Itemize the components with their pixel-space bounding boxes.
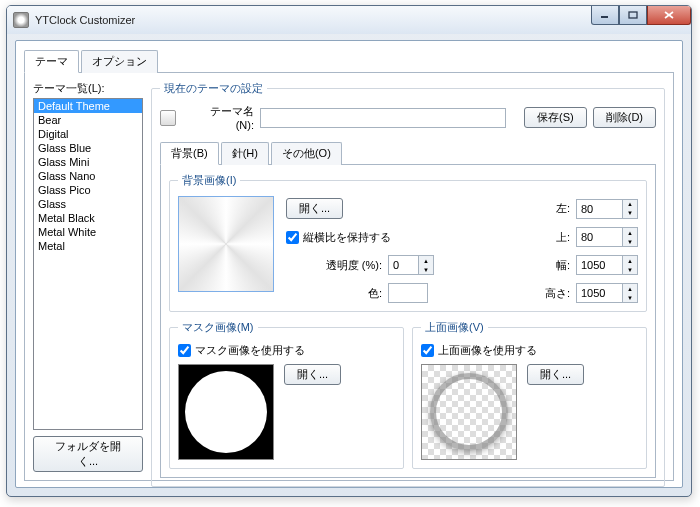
app-window: YTClock Customizer テーマ オプション テーマ一覧(L): D… xyxy=(6,5,692,497)
theme-name-input[interactable] xyxy=(260,108,506,128)
tab-hands[interactable]: 針(H) xyxy=(221,142,269,165)
save-button[interactable]: 保存(S) xyxy=(524,107,587,128)
color-label: 色: xyxy=(312,286,382,301)
tab-option[interactable]: オプション xyxy=(81,50,158,73)
printer-icon xyxy=(160,110,176,126)
top-spinner[interactable]: ▲▼ xyxy=(576,227,638,247)
mask-open-button[interactable]: 開く... xyxy=(284,364,341,385)
front-open-button[interactable]: 開く... xyxy=(527,364,584,385)
theme-item[interactable]: Glass Blue xyxy=(34,141,142,155)
client-area: テーマ オプション テーマ一覧(L): Default ThemeBearDig… xyxy=(15,40,683,488)
theme-item[interactable]: Glass Pico xyxy=(34,183,142,197)
keep-aspect-checkbox[interactable]: 縦横比を保持する xyxy=(286,230,391,245)
window-title: YTClock Customizer xyxy=(35,14,135,26)
width-label: 幅: xyxy=(540,258,570,273)
bg-image-legend: 背景画像(I) xyxy=(178,173,240,188)
theme-item[interactable]: Default Theme xyxy=(34,99,142,113)
front-group: 上面画像(V) 上面画像を使用する 開く... xyxy=(412,320,647,469)
mask-legend: マスク画像(M) xyxy=(178,320,258,335)
tab-other[interactable]: その他(O) xyxy=(271,142,342,165)
svg-rect-1 xyxy=(629,12,637,18)
top-label: 上: xyxy=(540,230,570,245)
use-front-checkbox[interactable]: 上面画像を使用する xyxy=(421,343,638,358)
color-swatch[interactable] xyxy=(388,283,428,303)
bg-thumbnail[interactable] xyxy=(178,196,274,292)
theme-name-label: テーマ名(N): xyxy=(194,104,254,131)
theme-item[interactable]: Metal Black xyxy=(34,211,142,225)
bg-open-button[interactable]: 開く... xyxy=(286,198,343,219)
theme-item[interactable]: Metal xyxy=(34,239,142,253)
left-spinner[interactable]: ▲▼ xyxy=(576,199,638,219)
theme-item[interactable]: Digital xyxy=(34,127,142,141)
theme-list-label: テーマ一覧(L): xyxy=(33,81,143,96)
theme-item[interactable]: Bear xyxy=(34,113,142,127)
theme-item[interactable]: Glass Nano xyxy=(34,169,142,183)
opacity-spinner[interactable]: ▲▼ xyxy=(388,255,434,275)
width-spinner[interactable]: ▲▼ xyxy=(576,255,638,275)
tab-theme[interactable]: テーマ xyxy=(24,50,79,73)
mask-group: マスク画像(M) マスク画像を使用する 開く... xyxy=(169,320,404,469)
current-theme-legend: 現在のテーマの設定 xyxy=(160,81,267,96)
front-legend: 上面画像(V) xyxy=(421,320,488,335)
current-theme-group: 現在のテーマの設定 テーマ名(N): 保存(S) 削除(D) xyxy=(151,81,665,487)
inner-tabstrip: 背景(B) 針(H) その他(O) xyxy=(160,141,656,165)
height-spinner[interactable]: ▲▼ xyxy=(576,283,638,303)
opacity-label: 透明度 (%): xyxy=(312,258,382,273)
front-thumbnail[interactable] xyxy=(421,364,517,460)
use-mask-checkbox[interactable]: マスク画像を使用する xyxy=(178,343,395,358)
open-folder-button[interactable]: フォルダを開く... xyxy=(33,436,143,472)
app-icon xyxy=(13,12,29,28)
tab-background[interactable]: 背景(B) xyxy=(160,142,219,165)
bg-image-group: 背景画像(I) 開く... 左: ▲▼ xyxy=(169,173,647,312)
delete-button[interactable]: 削除(D) xyxy=(593,107,656,128)
titlebar[interactable]: YTClock Customizer xyxy=(7,6,691,34)
main-tabstrip: テーマ オプション xyxy=(24,49,674,73)
close-button[interactable] xyxy=(647,6,691,25)
theme-item[interactable]: Metal White xyxy=(34,225,142,239)
theme-item[interactable]: Glass xyxy=(34,197,142,211)
minimize-button[interactable] xyxy=(591,6,619,25)
maximize-button[interactable] xyxy=(619,6,647,25)
height-label: 高さ: xyxy=(540,286,570,301)
mask-thumbnail[interactable] xyxy=(178,364,274,460)
left-label: 左: xyxy=(540,201,570,216)
theme-list[interactable]: Default ThemeBearDigitalGlass BlueGlass … xyxy=(33,98,143,430)
theme-item[interactable]: Glass Mini xyxy=(34,155,142,169)
